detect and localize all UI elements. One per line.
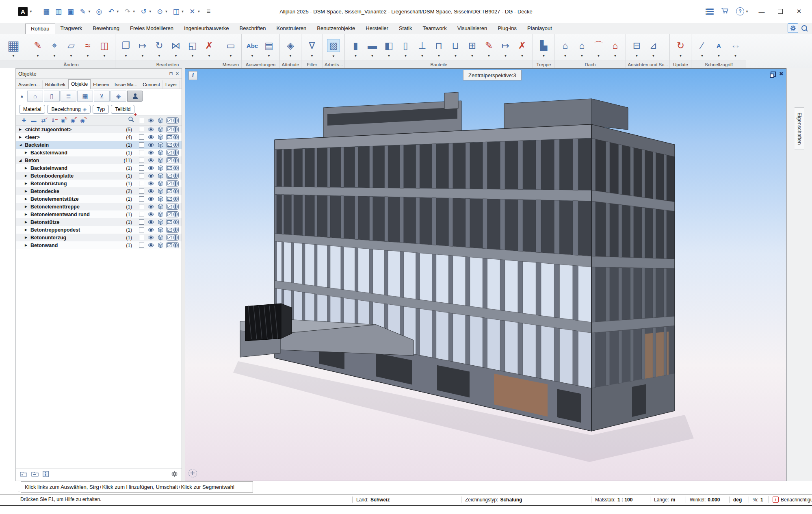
tab-tragwerk[interactable]: Tragwerk: [55, 24, 88, 34]
expander-icon[interactable]: ▶: [25, 228, 30, 232]
sync-button[interactable]: ⇄✓: [39, 117, 48, 124]
row-isolate-cube-icon[interactable]: [156, 242, 165, 248]
expander-icon[interactable]: ▶: [25, 166, 30, 170]
row-visibility-eye-icon[interactable]: [146, 204, 156, 209]
row-visibility-eye-icon[interactable]: [146, 220, 156, 224]
roof-solid-button[interactable]: ⌂▼: [574, 37, 589, 59]
modify-point-button[interactable]: ⌖▼: [47, 37, 62, 59]
row-isolate-cube-icon[interactable]: [156, 150, 165, 156]
line-button[interactable]: ∕▼: [694, 37, 710, 59]
row-visibility-eye-icon[interactable]: [146, 181, 156, 186]
project-window-button[interactable]: ▦▼: [3, 37, 24, 59]
stairs-button[interactable]: ▙▼: [536, 37, 551, 59]
sort-by-actor-button[interactable]: [127, 91, 143, 102]
row-display-mode-icon[interactable]: [165, 157, 179, 163]
modify-polyline-button[interactable]: ≈▼: [80, 37, 95, 59]
row-isolate-cube-icon[interactable]: [156, 157, 165, 163]
row-isolate-cube-icon[interactable]: [156, 142, 165, 148]
row-checkbox[interactable]: [137, 204, 146, 209]
expander-icon[interactable]: ▶: [25, 205, 30, 208]
ribbon-settings-button[interactable]: [788, 23, 798, 33]
expander-icon[interactable]: ▶: [25, 243, 30, 247]
palette-settings-gear-icon[interactable]: [171, 471, 178, 479]
tree-row-leer[interactable]: ▶<leer>(4): [16, 133, 182, 141]
transfer-button[interactable]: ⇓▂: [48, 117, 58, 124]
tree-row-betonunterzug[interactable]: ▶Betonunterzug(1): [16, 234, 182, 241]
modify-wall-button[interactable]: ◫▼: [97, 37, 112, 59]
status-field-maßstab[interactable]: Maßstab:1 : 100: [591, 497, 632, 503]
tree-row-beton[interactable]: ◢Beton(11): [16, 156, 182, 164]
collapse-arrow-icon[interactable]: ▲: [17, 94, 26, 98]
row-display-mode-icon[interactable]: [165, 142, 179, 148]
expander-icon[interactable]: ▶: [25, 174, 30, 178]
visibility-restore-button[interactable]: ◉↷: [78, 117, 87, 124]
wall-opening-button[interactable]: ⊓▼: [431, 37, 446, 59]
zoom-to-selection-button[interactable]: ✚: [128, 116, 137, 124]
row-checkbox[interactable]: [137, 165, 146, 171]
status-field-zeichnungstyp[interactable]: Zeichnungstyp:Schalung: [461, 497, 522, 503]
row-checkbox[interactable]: [137, 127, 146, 132]
row-checkbox[interactable]: [137, 142, 146, 147]
rotate-button[interactable]: ↻▼: [152, 37, 167, 59]
stretch-button[interactable]: ◱▼: [185, 37, 200, 59]
task-board-icon[interactable]: [706, 9, 714, 15]
row-visibility-eye-icon[interactable]: [146, 197, 156, 201]
tab-beschriften[interactable]: Beschriften: [234, 24, 271, 34]
dimension-button[interactable]: ⇔▼: [728, 37, 743, 59]
row-visibility-eye-icon[interactable]: [146, 135, 156, 139]
row-checkbox[interactable]: [137, 181, 146, 186]
notifications-button[interactable]: ! Benachrichtigungen: [769, 496, 812, 503]
building-model[interactable]: [185, 69, 786, 481]
palette-tab-ebenen[interactable]: Ebenen: [91, 80, 112, 89]
row-visibility-eye-icon[interactable]: [146, 212, 156, 217]
foundation-button[interactable]: ⊥▼: [414, 37, 430, 59]
row-visibility-eye-icon[interactable]: [146, 174, 156, 178]
row-visibility-eye-icon[interactable]: [146, 235, 156, 240]
row-display-mode-icon[interactable]: [165, 219, 179, 225]
row-checkbox[interactable]: [137, 243, 146, 248]
palette-tab-bibliothek[interactable]: Bibliothek: [43, 80, 68, 89]
expander-icon[interactable]: ▶: [25, 213, 30, 216]
row-checkbox[interactable]: [137, 219, 146, 225]
status-field-[interactable]: %:1: [749, 497, 763, 503]
status-field-deg[interactable]: deg: [729, 497, 742, 503]
search-icon[interactable]: [801, 25, 807, 31]
restore-button[interactable]: [775, 8, 786, 15]
row-display-mode-icon[interactable]: [165, 180, 179, 187]
row-display-mode-icon[interactable]: [165, 188, 179, 194]
axis-grid-button[interactable]: ⊞▼: [464, 37, 480, 59]
row-visibility-eye-icon[interactable]: [146, 189, 156, 193]
sort-by-tags-button[interactable]: ◈: [110, 91, 126, 102]
tab-benutzerobjekte[interactable]: Benutzerobjekte: [312, 24, 360, 34]
section-view-button[interactable]: ⊟▼: [629, 37, 644, 59]
section-line-button[interactable]: ⊿▼: [645, 37, 661, 59]
row-checkbox[interactable]: [137, 235, 146, 240]
sort-by-building-button[interactable]: ⌂: [27, 91, 43, 102]
filter-button-bezeichnung[interactable]: Bezeichnung◈: [47, 105, 91, 114]
tab-rohbau[interactable]: Rohbau: [25, 24, 55, 34]
filter-button-teilbild[interactable]: Teilbild: [111, 105, 134, 114]
row-visibility-eye-icon[interactable]: [146, 127, 156, 132]
add-button[interactable]: ✚: [19, 117, 29, 124]
visibility-button[interactable]: ⊙▼: [155, 7, 169, 17]
tab-ingenieurbauwerke[interactable]: Ingenieurbauwerke: [179, 24, 234, 34]
palette-tab-objekte[interactable]: Objekte: [68, 79, 91, 89]
redo-button[interactable]: ↷▼: [123, 7, 136, 17]
tree-row-betonbodenplatte[interactable]: ▶Betonbodenplatte(1): [16, 172, 182, 180]
row-display-mode-icon[interactable]: [165, 134, 179, 140]
expander-icon[interactable]: ◢: [19, 143, 25, 147]
palette-splitter[interactable]: [182, 68, 185, 481]
row-display-mode-icon[interactable]: [165, 165, 179, 171]
tree-row-betonwand[interactable]: ▶Betonwand(1): [16, 241, 182, 249]
sort-by-document-button[interactable]: ▯: [44, 91, 60, 102]
row-display-mode-icon[interactable]: [165, 204, 179, 210]
filter-button-material[interactable]: Material: [19, 105, 45, 114]
row-isolate-cube-icon[interactable]: [156, 188, 165, 194]
row-visibility-eye-icon[interactable]: [146, 243, 156, 247]
move-button[interactable]: ↦▼: [135, 37, 150, 59]
expander-icon[interactable]: ◢: [19, 158, 25, 162]
viewport-close-icon[interactable]: ✖: [779, 71, 784, 78]
viewport-3d[interactable]: i Zentralperspektive:3 ✖: [185, 68, 786, 481]
visibility-refresh-button[interactable]: ◉↻: [58, 117, 68, 124]
dialog-line-grip[interactable]: [18, 483, 20, 492]
